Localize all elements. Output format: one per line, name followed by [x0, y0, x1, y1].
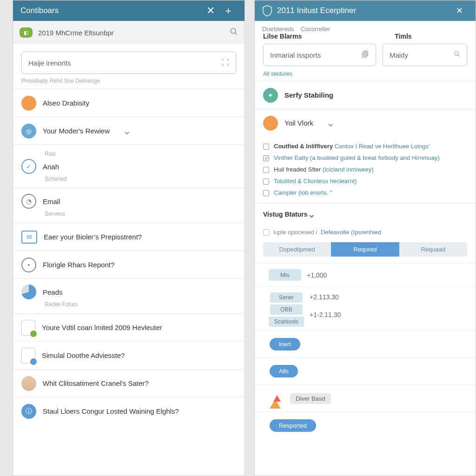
- person-row[interactable]: ✦ Serfy Stabiling: [255, 81, 476, 109]
- svg-line-3: [458, 55, 460, 57]
- resported-button[interactable]: Resported: [270, 419, 316, 432]
- seg-item[interactable]: Requred: [331, 242, 399, 257]
- list-item[interactable]: • Florigle Rhars Repont?: [13, 251, 245, 278]
- avatar: [263, 116, 278, 131]
- list-item[interactable]: ✉ Eaer your Bioler’s Prepisstrent?: [13, 223, 245, 251]
- info-icon: ⓘ: [21, 404, 36, 419]
- list-item[interactable]: Peads Redile Fofurs: [13, 278, 245, 313]
- compose-icon[interactable]: ✕: [202, 2, 219, 20]
- doc-badge-icon: [21, 348, 35, 364]
- value: +2.113.30: [310, 293, 339, 301]
- check-item[interactable]: Coutfied & Inliffivery Contox I Read ve …: [263, 140, 467, 152]
- action-row: Diver Basd: [255, 384, 476, 412]
- diver-button[interactable]: Diver Basd: [290, 393, 331, 404]
- checkbox[interactable]: [263, 178, 269, 185]
- doc-icon: ◎: [21, 124, 36, 139]
- checkbox[interactable]: ✓: [263, 155, 269, 161]
- check-item[interactable]: ✓Vinther Eatty (a buokted guted & breat …: [263, 152, 467, 164]
- all-link[interactable]: All stedures: [255, 71, 476, 81]
- checkbox[interactable]: [263, 190, 269, 196]
- add-icon[interactable]: ＋: [219, 2, 237, 20]
- left-title: Contiboars: [20, 6, 59, 15]
- action-row: Alls: [255, 357, 476, 384]
- chip[interactable]: Serier: [270, 292, 303, 303]
- inert-button[interactable]: Inert: [270, 338, 300, 350]
- chevron-down-icon[interactable]: ⌄: [307, 208, 316, 220]
- right-pane: 2011 Initust Ecerptiner ✕ Drarbtereds Co…: [254, 0, 476, 476]
- checkbox[interactable]: [263, 167, 269, 173]
- left-hint: Presebady Rehil Soe Deliveuge: [13, 78, 245, 89]
- check-item[interactable]: Tolulited & Cliontess heclearnt): [263, 175, 467, 187]
- left-titlebar: Contiboars ✕ ＋: [13, 0, 245, 21]
- column-label: Timls: [395, 33, 411, 40]
- list-item[interactable]: ◎ Your Moder's Rewiew ⌄: [13, 117, 245, 145]
- check-item[interactable]: Campler (iob enorls. ": [263, 187, 467, 198]
- data-row: Mls +1,000: [255, 263, 476, 286]
- filter-input-1[interactable]: Inmarial issports 🗐: [263, 44, 376, 66]
- checkbox[interactable]: [263, 144, 269, 150]
- svg-line-1: [235, 33, 237, 35]
- value: +1-2.11.30: [310, 311, 341, 318]
- action-row: Resported: [255, 412, 476, 439]
- left-search-input[interactable]: Haije irenorits ⛶: [21, 52, 236, 74]
- chevron-down-icon[interactable]: ⌄: [326, 117, 335, 129]
- right-tabs: Drarbtereds Cocorreller: [255, 21, 476, 33]
- chip[interactable]: Scahiools: [269, 317, 304, 327]
- dot-icon: •: [21, 258, 36, 272]
- subbar-text: 2019 MhCrme Eltsunbpr: [38, 29, 114, 37]
- list-item[interactable]: Rolc ✓ Anah Scherted: [13, 145, 245, 188]
- clock-icon: ◔: [21, 194, 36, 209]
- section-header[interactable]: Vistug Btaturs ⌄: [255, 203, 476, 225]
- chevron-down-icon[interactable]: ⌄: [123, 125, 131, 137]
- right-title: 2011 Initust Ecerptiner: [277, 6, 356, 15]
- data-row: Serier OBB Scahiools +2.113.30 +1-2.11.3…: [255, 286, 476, 331]
- search-icon[interactable]: [230, 27, 238, 38]
- list-item[interactable]: Simulal Doothe Adviesste?: [13, 341, 245, 369]
- svg-point-2: [455, 52, 458, 55]
- mail-icon: ✉: [21, 231, 37, 244]
- check-icon: ✓: [21, 159, 36, 174]
- status-icon: [263, 229, 270, 236]
- list-item[interactable]: ⓘ Staul Lloers Congur Losted Waining Elg…: [13, 397, 245, 425]
- avatar: ✦: [263, 88, 278, 103]
- left-subbar: ◧ 2019 MhCrme Eltsunbpr: [13, 21, 245, 44]
- triangle-icon: [270, 391, 284, 405]
- expand-icon[interactable]: ⛶: [222, 59, 229, 67]
- avatar: [21, 96, 36, 111]
- column-label: Lilse Blarms: [263, 33, 302, 40]
- badge-icon: ◧: [20, 27, 33, 38]
- list-item[interactable]: Alseo Drabisity: [13, 89, 245, 117]
- left-search-placeholder: Haije irenorits: [28, 59, 71, 67]
- filter-input-2[interactable]: Maidy: [383, 44, 467, 66]
- seg-item[interactable]: Requaad: [399, 242, 467, 257]
- svg-point-0: [231, 28, 236, 33]
- status-line: luple opocesed i Defeavolle (Ipsrenhied: [255, 225, 476, 242]
- list-item[interactable]: Youre Vdtil coan lmited 2009 Hevleuter: [13, 313, 245, 341]
- avatar: [21, 376, 36, 391]
- calendar-icon[interactable]: 🗐: [362, 51, 369, 59]
- seg-item[interactable]: Dopedtipmed: [263, 242, 331, 257]
- chip[interactable]: OBB: [270, 304, 303, 315]
- status-link[interactable]: Defeavolle (Ipsrenhied: [321, 229, 381, 236]
- segmented-control: Dopedtipmed Requred Requaad: [263, 242, 467, 257]
- checklist: Coutfied & Inliffivery Contox I Read ve …: [255, 137, 476, 203]
- shield-icon: [262, 5, 272, 17]
- search-icon[interactable]: [454, 51, 460, 59]
- left-pane: Contiboars ✕ ＋ ◧ 2019 MhCrme Eltsunbpr H…: [13, 0, 245, 476]
- person-row[interactable]: Yoil Vlork ⌄: [255, 109, 476, 137]
- action-row: Inert: [255, 331, 476, 357]
- doc-badge-icon: [21, 320, 35, 336]
- tab-item[interactable]: Drarbtereds: [262, 26, 294, 33]
- chip[interactable]: Mls: [269, 269, 301, 281]
- list-item[interactable]: Whit Clitosatiment Cranel's Sater?: [13, 369, 245, 397]
- close-icon[interactable]: ✕: [450, 2, 468, 20]
- value: +1,000: [307, 271, 327, 279]
- list-item[interactable]: ◔ Emall Serveus: [13, 188, 245, 223]
- right-titlebar: 2011 Initust Ecerptiner ✕: [255, 0, 476, 21]
- pie-icon: [21, 284, 36, 299]
- tab-item[interactable]: Cocorreller: [301, 26, 331, 33]
- check-item[interactable]: Huil freaded Sfter (lcicland inmiweey): [263, 164, 467, 175]
- alls-button[interactable]: Alls: [270, 365, 298, 377]
